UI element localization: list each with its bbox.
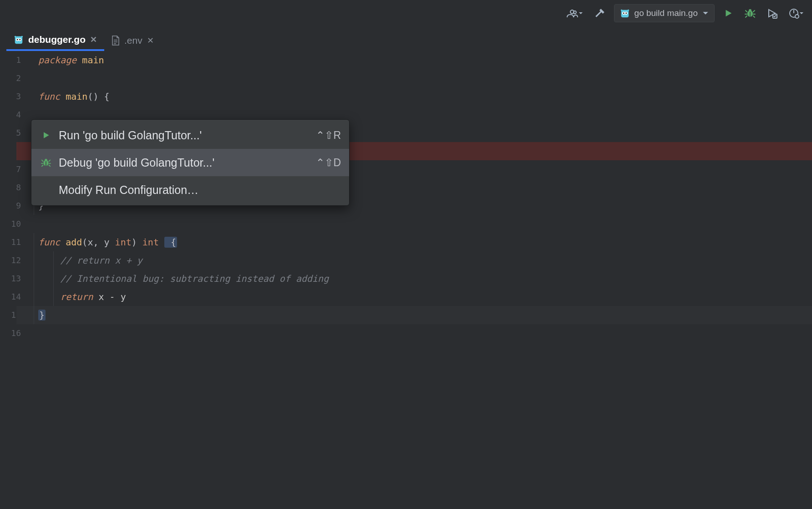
go-file-icon — [620, 8, 630, 18]
run-context-menu: Run 'go build GolangTutor...' ⌃⇧R Debug … — [31, 119, 350, 206]
permissions-users-icon[interactable] — [564, 5, 586, 21]
debug-button[interactable] — [742, 5, 758, 21]
menu-item-debug[interactable]: Debug 'go build GolangTutor...' ⌃⇧D — [31, 149, 349, 176]
env-file-icon — [112, 36, 120, 46]
code-line: } — [38, 306, 812, 324]
build-hammer-icon[interactable] — [591, 5, 609, 21]
debug-icon — [745, 8, 756, 19]
tab-env[interactable]: .env ✕ — [104, 30, 161, 51]
run-icon — [40, 131, 52, 140]
code-line: package main — [38, 51, 812, 69]
coverage-button[interactable] — [764, 5, 780, 21]
menu-item-modify-config[interactable]: Modify Run Configuration… — [31, 176, 349, 204]
tab-label: .env — [124, 35, 142, 46]
code-line: // Intentional bug: subtracting instead … — [38, 270, 812, 288]
run-config-label: go build main.go — [634, 8, 698, 18]
menu-item-run[interactable]: Run 'go build GolangTutor...' ⌃⇧R — [31, 122, 349, 149]
menu-item-shortcut: ⌃⇧D — [316, 157, 341, 169]
profiler-button[interactable] — [786, 5, 807, 21]
run-button[interactable] — [720, 5, 736, 21]
tab-debugger-go[interactable]: debugger.go ✕ — [6, 30, 104, 51]
chevron-down-icon — [702, 10, 709, 16]
code-editor[interactable]: 1 2 3 4 5 6 7 8 9 10 11 12 13 14 15 16 p… — [0, 51, 812, 509]
code-line: func add(x, y int) int { — [38, 233, 812, 251]
code-line: return x - y — [38, 288, 812, 306]
menu-item-shortcut: ⌃⇧R — [316, 129, 341, 142]
go-file-icon — [14, 35, 24, 45]
menu-item-label: Modify Run Configuration… — [59, 183, 335, 197]
code-line — [38, 69, 812, 87]
debug-icon — [40, 158, 52, 168]
menu-item-label: Debug 'go build GolangTutor...' — [59, 156, 310, 169]
close-icon[interactable]: ✕ — [147, 36, 154, 46]
close-icon[interactable]: ✕ — [90, 35, 97, 45]
svg-point-12 — [795, 15, 799, 18]
tab-label: debugger.go — [28, 34, 86, 45]
run-config-selector[interactable]: go build main.go — [614, 4, 715, 22]
code-line — [38, 324, 812, 342]
menu-item-label: Run 'go build GolangTutor...' — [59, 129, 310, 142]
code-line: // return x + y — [38, 251, 812, 270]
editor-tabbar: debugger.go ✕ .env ✕ — [0, 26, 812, 51]
line-number-gutter: 1 2 3 4 5 6 7 8 9 10 11 12 13 14 15 16 — [0, 51, 27, 509]
main-toolbar: go build main.go — [0, 0, 812, 26]
run-icon — [723, 8, 733, 18]
code-line: func main() { — [38, 87, 812, 106]
code-line — [38, 215, 812, 233]
